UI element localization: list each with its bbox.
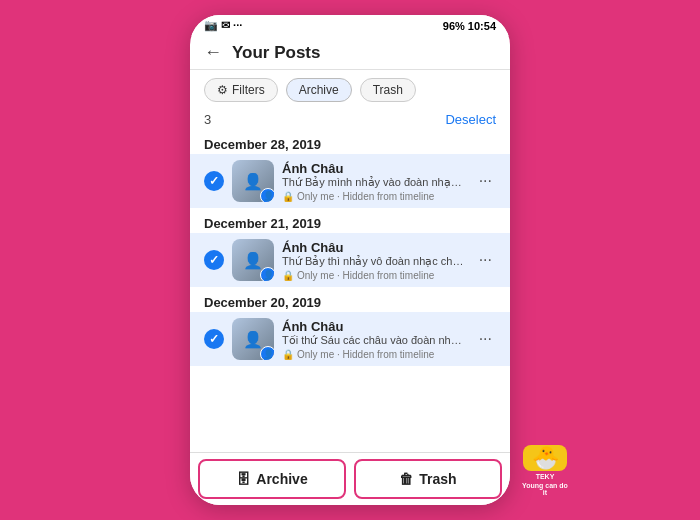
archive-tab[interactable]: Archive bbox=[286, 78, 352, 102]
avatar-badge-1: 👤 bbox=[260, 188, 274, 202]
avatar-badge-2: 👤 bbox=[260, 267, 274, 281]
status-left-icons: 📷 ✉ ··· bbox=[204, 19, 242, 32]
post-text-1: Thứ Bảy mình nhảy vào đoàn nhạc rinh quà… bbox=[282, 176, 467, 189]
post-content-2: Ánh Châu Thứ Bảy thì nhảy vô đoàn nhạc c… bbox=[282, 240, 467, 281]
trash-tab[interactable]: Trash bbox=[360, 78, 416, 102]
trash-button[interactable]: 🗑 Trash bbox=[354, 459, 502, 499]
date-label-3: December 20, 2019 bbox=[190, 289, 510, 312]
post-author-1: Ánh Châu bbox=[282, 161, 467, 176]
teky-text-main: TEKY bbox=[536, 473, 555, 480]
deselect-button[interactable]: Deselect bbox=[445, 112, 496, 127]
archive-label: Archive bbox=[256, 471, 307, 487]
post-item-3[interactable]: ✓ 👤 👤 Ánh Châu Tối thứ Sáu các châu vào … bbox=[190, 312, 510, 366]
lock-icon-3: 🔒 bbox=[282, 349, 294, 360]
avatar-2: 👤 👤 bbox=[232, 239, 274, 281]
archive-icon: 🗄 bbox=[236, 471, 250, 487]
date-label-1: December 28, 2019 bbox=[190, 131, 510, 154]
post-author-2: Ánh Châu bbox=[282, 240, 467, 255]
post-content-3: Ánh Châu Tối thứ Sáu các châu vào đoàn n… bbox=[282, 319, 467, 360]
time-display: 10:54 bbox=[468, 20, 496, 32]
checkbox-1[interactable]: ✓ bbox=[204, 171, 224, 191]
count-row: 3 Deselect bbox=[190, 110, 510, 131]
status-bar: 📷 ✉ ··· 96% 10:54 bbox=[190, 15, 510, 36]
post-item-2[interactable]: ✓ 👤 👤 Ánh Châu Thứ Bảy thì nhảy vô đoàn … bbox=[190, 233, 510, 287]
post-meta-2: 🔒 Only me · Hidden from timeline bbox=[282, 270, 467, 281]
lock-icon-1: 🔒 bbox=[282, 191, 294, 202]
selected-count: 3 bbox=[204, 112, 211, 127]
check-icon-1: ✓ bbox=[209, 174, 219, 188]
check-icon-2: ✓ bbox=[209, 253, 219, 267]
teky-icon: 🐣 bbox=[523, 445, 567, 471]
more-options-3[interactable]: ··· bbox=[475, 330, 496, 348]
battery-status: 96% bbox=[443, 20, 465, 32]
post-author-3: Ánh Châu bbox=[282, 319, 467, 334]
post-text-3: Tối thứ Sáu các châu vào đoàn nhạc cho m… bbox=[282, 334, 467, 347]
back-button[interactable]: ← bbox=[204, 42, 222, 63]
avatar-3: 👤 👤 bbox=[232, 318, 274, 360]
post-text-2: Thứ Bảy thì nhảy vô đoàn nhạc chứ ngủ gì… bbox=[282, 255, 467, 268]
avatar-badge-3: 👤 bbox=[260, 346, 274, 360]
check-icon-3: ✓ bbox=[209, 332, 219, 346]
post-meta-1: 🔒 Only me · Hidden from timeline bbox=[282, 191, 467, 202]
posts-list: December 28, 2019 ✓ 👤 👤 Ánh Châu Thứ Bảy… bbox=[190, 131, 510, 452]
lock-icon-2: 🔒 bbox=[282, 270, 294, 281]
page-title: Your Posts bbox=[232, 43, 320, 63]
date-label-2: December 21, 2019 bbox=[190, 210, 510, 233]
post-content-1: Ánh Châu Thứ Bảy mình nhảy vào đoàn nhạc… bbox=[282, 161, 467, 202]
checkbox-2[interactable]: ✓ bbox=[204, 250, 224, 270]
status-right-info: 96% 10:54 bbox=[443, 20, 496, 32]
post-meta-3: 🔒 Only me · Hidden from timeline bbox=[282, 349, 467, 360]
more-options-1[interactable]: ··· bbox=[475, 172, 496, 190]
filters-button[interactable]: ⚙ Filters bbox=[204, 78, 278, 102]
status-icons: 📷 ✉ ··· bbox=[204, 19, 242, 32]
action-bar: 🗄 Archive 🗑 Trash bbox=[190, 452, 510, 505]
checkbox-3[interactable]: ✓ bbox=[204, 329, 224, 349]
teky-logo: 🐣 TEKY Young can do it bbox=[520, 445, 570, 495]
filter-tabs: ⚙ Filters Archive Trash bbox=[190, 70, 510, 110]
filter-icon: ⚙ bbox=[217, 83, 228, 97]
archive-button[interactable]: 🗄 Archive bbox=[198, 459, 346, 499]
post-item-1[interactable]: ✓ 👤 👤 Ánh Châu Thứ Bảy mình nhảy vào đoà… bbox=[190, 154, 510, 208]
avatar-1: 👤 👤 bbox=[232, 160, 274, 202]
more-options-2[interactable]: ··· bbox=[475, 251, 496, 269]
trash-label: Trash bbox=[419, 471, 456, 487]
teky-text-sub: Young can do it bbox=[520, 482, 570, 496]
page-header: ← Your Posts bbox=[190, 36, 510, 70]
trash-icon: 🗑 bbox=[399, 471, 413, 487]
